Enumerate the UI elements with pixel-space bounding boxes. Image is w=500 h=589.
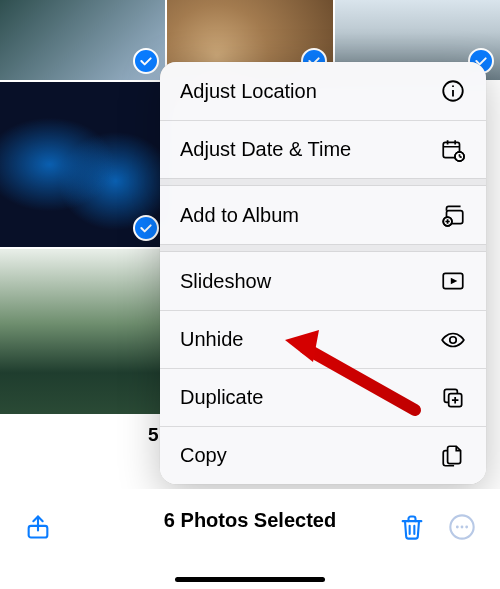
menu-item-label: Copy [180,444,227,467]
selected-check-icon [133,215,159,241]
svg-point-29 [465,526,468,529]
menu-item-label: Slideshow [180,270,271,293]
svg-point-27 [456,526,459,529]
menu-item-label: Add to Album [180,204,299,227]
action-menu: Adjust Location Adjust Date & Time Add t… [160,62,486,484]
photo-thumbnail[interactable] [0,249,165,414]
info-circle-icon [440,78,466,104]
calendar-clock-icon [440,137,466,163]
svg-point-28 [461,526,464,529]
menu-item-label: Adjust Location [180,80,317,103]
copy-doc-icon [440,443,466,469]
menu-item-add-to-album[interactable]: Add to Album [160,186,486,244]
play-rect-icon [440,268,466,294]
share-button[interactable] [22,511,54,543]
menu-separator [160,178,486,186]
menu-item-adjust-date-time[interactable]: Adjust Date & Time [160,120,486,178]
menu-item-copy[interactable]: Copy [160,426,486,484]
delete-button[interactable] [396,511,428,543]
photo-thumbnail[interactable] [0,0,165,80]
photo-thumbnail[interactable] [0,82,165,247]
menu-item-slideshow[interactable]: Slideshow [160,252,486,310]
home-indicator[interactable] [175,577,325,582]
trash-icon [398,513,426,541]
share-icon [24,513,52,541]
ellipsis-circle-icon [448,513,476,541]
bottom-toolbar: 6 Photos Selected [0,489,500,589]
photo-count-label: 5 [148,424,159,446]
svg-marker-17 [451,278,458,285]
svg-point-2 [452,85,454,87]
eye-icon [440,327,466,353]
album-add-icon [440,202,466,228]
svg-line-10 [460,156,462,157]
menu-item-label: Adjust Date & Time [180,138,351,161]
menu-separator [160,244,486,252]
menu-item-label: Unhide [180,328,243,351]
menu-item-unhide[interactable]: Unhide [160,310,486,368]
selected-check-icon [133,48,159,74]
menu-item-adjust-location[interactable]: Adjust Location [160,62,486,120]
svg-point-18 [450,336,457,343]
menu-item-label: Duplicate [180,386,263,409]
menu-item-duplicate[interactable]: Duplicate [160,368,486,426]
more-button[interactable] [446,511,478,543]
duplicate-icon [440,385,466,411]
